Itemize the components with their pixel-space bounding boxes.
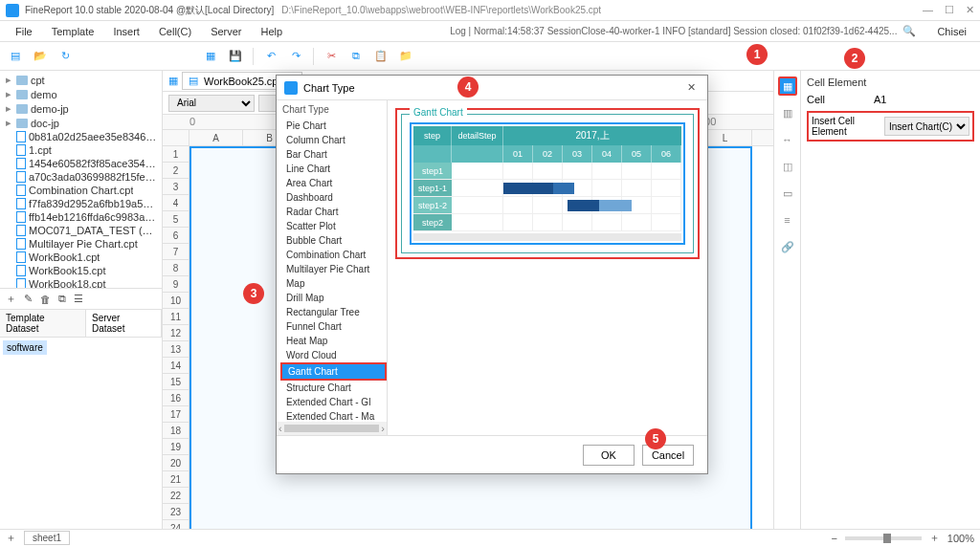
row-header[interactable]: 2	[163, 163, 189, 179]
chart-type-item[interactable]: Map	[280, 276, 387, 291]
tree-folder[interactable]: ▸demo	[0, 87, 162, 101]
row-header[interactable]: 10	[163, 293, 189, 309]
insert-cell-element-select[interactable]: Insert Chart(C)	[884, 117, 969, 136]
expand-icon[interactable]: ↔	[778, 130, 797, 149]
chart-type-item[interactable]: Dashboard	[280, 190, 387, 205]
column-header[interactable]: A	[189, 130, 243, 145]
condition-icon[interactable]: ◫	[778, 157, 797, 176]
tree-file[interactable]: Combination Chart.cpt	[0, 184, 162, 197]
present-icon[interactable]: ≡	[778, 210, 797, 229]
row-header[interactable]: 19	[163, 439, 189, 455]
folder-icon[interactable]: 📁	[396, 47, 415, 66]
chart-type-item[interactable]: Radar Chart	[280, 205, 387, 219]
chart-list-scrollbar[interactable]: ‹›	[277, 422, 387, 435]
row-header[interactable]: 6	[163, 228, 189, 244]
tree-file[interactable]: WorkBook15.cpt	[0, 264, 162, 277]
menu-file[interactable]: File	[6, 26, 42, 37]
tree-file[interactable]: MOC071_DATA_TEST (1).cpt	[0, 224, 162, 237]
chart-type-item[interactable]: Combination Chart	[280, 248, 387, 262]
zoom-in-icon[interactable]: ＋	[929, 531, 940, 545]
menu-server[interactable]: Server	[201, 26, 251, 37]
tree-file[interactable]: Multilayer Pie Chart.cpt	[0, 237, 162, 251]
ok-button[interactable]: OK	[583, 445, 635, 466]
redo-icon[interactable]: ↷	[286, 47, 305, 66]
chart-type-item[interactable]: Line Chart	[280, 162, 387, 176]
row-header[interactable]: 11	[163, 309, 189, 325]
menu-help[interactable]: Help	[252, 26, 293, 37]
tree-file[interactable]: a70c3ada03699882f15fe057ae5c9f3	[0, 170, 162, 184]
delete-dataset-icon[interactable]: 🗑	[40, 294, 51, 305]
search-icon[interactable]: 🔍	[902, 25, 916, 37]
chart-type-item[interactable]: Bar Chart	[280, 147, 387, 162]
preview-icon[interactable]: ▦	[201, 47, 220, 66]
copy-dataset-icon[interactable]: ⧉	[58, 293, 66, 305]
save-icon[interactable]: 💾	[226, 47, 245, 66]
open-icon[interactable]: 📂	[31, 47, 50, 66]
font-select[interactable]: Arial	[168, 95, 255, 112]
chart-type-item[interactable]: Funnel Chart	[280, 319, 387, 334]
chart-type-item[interactable]: Rectangular Tree	[280, 305, 387, 319]
tree-folder[interactable]: ▸doc-jp	[0, 116, 162, 130]
tab-grid-icon[interactable]: ▦	[168, 75, 178, 87]
copy-icon[interactable]: ⧉	[346, 47, 366, 66]
dataset-item[interactable]: software	[3, 340, 47, 355]
tree-file[interactable]: f7fa839d2952a6fbb19a58c49364183	[0, 197, 162, 210]
row-header[interactable]: 14	[163, 358, 189, 374]
row-header[interactable]: 1	[163, 146, 189, 163]
preview-scrollbar[interactable]	[413, 233, 681, 241]
menu-cell[interactable]: Cell(C)	[149, 26, 201, 37]
chart-type-item[interactable]: Multilayer Pie Chart	[280, 262, 387, 276]
cell-attr-icon[interactable]: ▥	[778, 103, 797, 122]
row-header[interactable]: 12	[163, 325, 189, 341]
row-header[interactable]: 15	[163, 374, 189, 390]
settings-icon[interactable]: ☰	[74, 293, 83, 305]
hyperlink-icon[interactable]: 🔗	[778, 237, 797, 256]
close-button[interactable]: ✕	[966, 4, 974, 16]
new-icon[interactable]: ▤	[6, 47, 25, 66]
maximize-button[interactable]: ☐	[945, 4, 954, 16]
row-header[interactable]: 18	[163, 423, 189, 439]
chart-type-item[interactable]: Gantt Chart	[280, 362, 387, 381]
row-header[interactable]: 5	[163, 211, 189, 228]
widget-icon[interactable]: ▭	[778, 184, 797, 203]
chart-type-item[interactable]: Extended Chart - Gl	[280, 395, 387, 409]
chart-type-item[interactable]: Bubble Chart	[280, 233, 387, 248]
edit-dataset-icon[interactable]: ✎	[24, 293, 33, 305]
chart-type-item[interactable]: Scatter Plot	[280, 219, 387, 233]
chart-type-item[interactable]: Structure Chart	[280, 381, 387, 395]
tree-folder[interactable]: ▸demo-jp	[0, 101, 162, 116]
minimize-button[interactable]: —	[923, 4, 933, 16]
tab-server-dataset[interactable]: Server Dataset	[86, 310, 162, 337]
sheet-tab[interactable]: sheet1	[24, 531, 70, 545]
dialog-close-icon[interactable]: ✕	[683, 81, 700, 94]
row-header[interactable]: 8	[163, 260, 189, 276]
row-header[interactable]: 24	[163, 520, 189, 529]
menu-insert[interactable]: Insert	[103, 26, 149, 37]
cell-element-panel-button[interactable]: ▦	[778, 76, 797, 96]
row-header[interactable]: 3	[163, 179, 189, 195]
paste-icon[interactable]: 📋	[371, 47, 390, 66]
tree-file[interactable]: 1.cpt	[0, 143, 162, 157]
tree-file[interactable]: 1454e60582f3f85ace3541034c14de1	[0, 157, 162, 170]
row-header[interactable]: 23	[163, 504, 189, 520]
undo-icon[interactable]: ↶	[261, 47, 280, 66]
row-header[interactable]: 9	[163, 276, 189, 293]
zoom-out-icon[interactable]: −	[831, 533, 836, 544]
user-name[interactable]: Chisei	[929, 26, 974, 37]
tree-file[interactable]: WorkBook1.cpt	[0, 251, 162, 264]
chart-type-item[interactable]: Pie Chart	[280, 119, 387, 133]
cut-icon[interactable]: ✂	[322, 47, 341, 66]
row-header[interactable]: 4	[163, 195, 189, 211]
row-header[interactable]: 16	[163, 390, 189, 406]
row-header[interactable]: 20	[163, 455, 189, 471]
menu-template[interactable]: Template	[42, 26, 104, 37]
chart-type-item[interactable]: Heat Map	[280, 334, 387, 348]
file-tree[interactable]: ▸cpt▸demo▸demo-jp▸doc-jp 0b81a02d25aee35…	[0, 71, 162, 288]
chart-type-item[interactable]: Area Chart	[280, 176, 387, 190]
chart-type-item[interactable]: Column Chart	[280, 133, 387, 147]
add-dataset-icon[interactable]: ＋	[6, 292, 16, 306]
chart-type-item[interactable]: Word Cloud	[280, 348, 387, 362]
chart-preview[interactable]: stepdetailStep2017,上010203040506step1ste…	[410, 122, 685, 245]
tree-folder[interactable]: ▸cpt	[0, 73, 162, 87]
add-sheet-icon[interactable]: ＋	[6, 531, 16, 545]
